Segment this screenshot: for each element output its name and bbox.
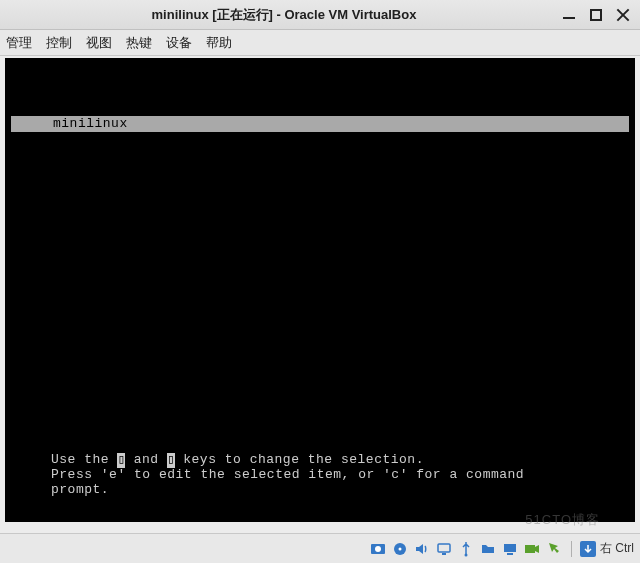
maximize-button[interactable] [590,9,602,21]
svg-point-3 [399,547,402,550]
hard-disk-icon[interactable] [369,540,387,558]
host-key-arrow-icon [580,541,596,557]
menu-bar: 管理 控制 视图 热键 设备 帮助 [0,30,640,56]
svg-rect-9 [525,545,535,553]
grub-selected-entry[interactable]: minilinux [11,116,629,132]
window-controls [562,8,634,22]
network-icon[interactable] [435,540,453,558]
menu-hotkey[interactable]: 热键 [126,34,152,52]
svg-rect-5 [442,553,446,555]
status-icons [369,540,563,558]
shared-folders-icon[interactable] [479,540,497,558]
down-arrow-glyph: ▯ [167,453,175,468]
display-icon[interactable] [501,540,519,558]
menu-manage[interactable]: 管理 [6,34,32,52]
host-key-indicator[interactable]: 右 Ctrl [580,540,634,557]
audio-icon[interactable] [413,540,431,558]
grub-hint-part: keys to change the selection. [175,452,424,467]
menu-view[interactable]: 视图 [86,34,112,52]
svg-rect-8 [507,553,513,555]
window-title: minilinux [正在运行] - Oracle VM VirtualBox [6,6,562,24]
minimize-button[interactable] [562,8,576,22]
grub-hint-part: Press 'e' to edit the selected item, or … [51,467,524,482]
menu-control[interactable]: 控制 [46,34,72,52]
close-button[interactable] [616,8,630,22]
grub-hint-part: Use the [51,452,117,467]
svg-point-1 [375,546,381,552]
usb-icon[interactable] [457,540,475,558]
grub-hint-text: Use the ▯ and ▯ keys to change the selec… [51,453,615,498]
svg-rect-7 [504,544,516,552]
status-bar: 右 Ctrl [0,533,640,563]
menu-help[interactable]: 帮助 [206,34,232,52]
vm-display[interactable]: minilinux Use the ▯ and ▯ keys to change… [5,58,635,522]
recording-icon[interactable] [523,540,541,558]
status-separator [571,541,572,557]
grub-hint-part: and [125,452,167,467]
menu-devices[interactable]: 设备 [166,34,192,52]
optical-disk-icon[interactable] [391,540,409,558]
mouse-integration-icon[interactable] [545,540,563,558]
grub-hint-part: prompt. [51,482,109,497]
svg-rect-4 [438,544,450,552]
window-titlebar: minilinux [正在运行] - Oracle VM VirtualBox [0,0,640,30]
svg-point-6 [465,553,468,556]
host-key-label: 右 Ctrl [600,540,634,557]
